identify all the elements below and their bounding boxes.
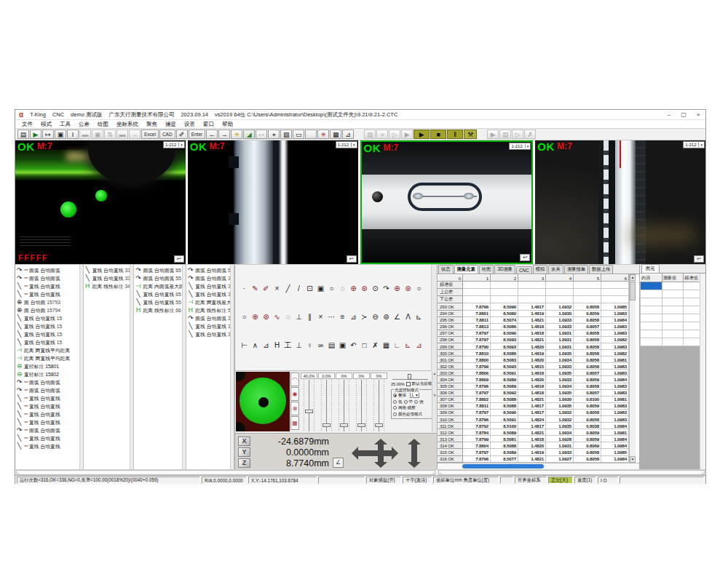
menu-item[interactable]: 绘图: [98, 121, 108, 128]
light-slider[interactable]: 0%: [353, 372, 370, 431]
magnifier-button[interactable]: ⌖: [268, 129, 280, 139]
table-row[interactable]: 303 OK7.88068.50911.48181.09350.80571.09…: [438, 370, 629, 376]
tool-icon[interactable]: ⋯: [326, 312, 337, 323]
tool-icon[interactable]: ○: [326, 284, 337, 295]
table-row[interactable]: 310 OK7.87968.50911.48241.09320.80581.09…: [438, 416, 629, 423]
edge-button[interactable]: I: [67, 129, 79, 139]
list-item[interactable]: ╲直线自动直线33: [186, 322, 230, 330]
tool-icon[interactable]: ⊢: [239, 340, 250, 351]
list-item[interactable]: ↷圆弧自动圆弧55: [186, 266, 230, 274]
tool-icon[interactable]: ▤: [326, 340, 337, 351]
tool-icon[interactable]: ▣: [315, 284, 326, 295]
light-slider[interactable]: 0%: [336, 372, 352, 431]
list-item[interactable]: ╲直线自动直线32: [186, 330, 230, 338]
menu-item[interactable]: 公差: [79, 121, 90, 128]
palette-scrollbar[interactable]: [431, 265, 437, 371]
chevron-down-icon[interactable]: ▾: [351, 143, 355, 147]
camera-view-1[interactable]: OK M:7 1-212▾ FFFFF ↩: [15, 140, 186, 264]
tool-icon[interactable]: ∠: [392, 312, 403, 323]
jog-vertical-arrow[interactable]: [378, 445, 384, 462]
tool-icon[interactable]: ⊛: [261, 312, 272, 323]
tool-icon[interactable]: ⊕: [250, 312, 261, 323]
list-item[interactable]: ╲直线自动直线32: [186, 282, 230, 290]
tool-10-button[interactable]: →: [129, 129, 141, 139]
slider-thumb[interactable]: [340, 423, 348, 427]
jog-arrow-pad[interactable]: [352, 438, 424, 469]
scroll-right-icon[interactable]: ›: [702, 471, 703, 475]
camera-range-dropdown[interactable]: 1-212▾: [683, 141, 705, 148]
image-view-button[interactable]: ◢: [243, 129, 255, 139]
channel-select[interactable]: 1▾: [410, 392, 419, 398]
tool-icon[interactable]: ⊡: [304, 284, 315, 295]
list-item[interactable]: ⊕圆自动圆15793: [15, 298, 79, 306]
radio-color[interactable]: [393, 412, 397, 416]
scroll-thumb[interactable]: [630, 282, 636, 300]
camera-expand-icon[interactable]: ↩: [347, 255, 357, 263]
radio-main[interactable]: [393, 394, 397, 397]
list-item[interactable]: ↷圆弧自动圆弧35: [186, 314, 230, 322]
table-row[interactable]: 309 OK7.87978.50901.48171.09320.80581.09…: [438, 409, 629, 415]
tool-icon[interactable]: ✗: [370, 340, 381, 351]
horizontal-scrollbar-right[interactable]: ‹›: [438, 470, 705, 475]
tool-icon[interactable]: ⊖: [370, 312, 381, 323]
tool-icon[interactable]: ×: [315, 312, 326, 323]
radio-mid[interactable]: [404, 400, 408, 404]
tool-icon[interactable]: ▣: [337, 340, 348, 351]
table-row[interactable]: 304 OK7.88098.50891.48201.09330.80591.09…: [438, 376, 629, 383]
slider-thumb[interactable]: [305, 410, 313, 413]
list-item[interactable]: ╲***直线自动直线: [15, 434, 79, 442]
tab-1[interactable]: 状态: [438, 265, 454, 274]
menu-item[interactable]: 文件: [22, 121, 33, 128]
jog-z-arrow[interactable]: [411, 445, 417, 462]
list-item[interactable]: ↷圆弧自动圆弧55: [134, 274, 182, 282]
camera-range-dropdown[interactable]: 1-212▾: [509, 143, 531, 150]
scroll-right-icon[interactable]: ›: [432, 471, 434, 475]
light-mode-icon[interactable]: ◉: [290, 387, 299, 401]
list-item[interactable]: ⊣距离两直线最大距离: [186, 298, 230, 306]
tab-5[interactable]: CNC: [516, 266, 532, 274]
chevron-down-icon[interactable]: ▾: [525, 144, 529, 148]
table-row[interactable]: 315 OK7.87978.50891.48191.09330.80581.09…: [438, 449, 629, 455]
tool-icon[interactable]: ╱: [282, 284, 293, 295]
chart-button[interactable]: ⊿: [342, 129, 354, 139]
list-item[interactable]: ↷***圆弧自动圆弧: [15, 274, 79, 282]
side-row[interactable]: [641, 314, 705, 322]
table-row[interactable]: 307 OK7.88028.50881.48211.09300.81001.09…: [438, 396, 629, 402]
table-row[interactable]: 298 OK7.87978.50931.48211.09310.80581.09…: [438, 336, 629, 343]
tab-2[interactable]: 测量元素: [454, 265, 478, 274]
tab-3[interactable]: 绘图: [479, 265, 494, 274]
side-row[interactable]: [641, 338, 705, 346]
camera-view-2[interactable]: OK M:7 1-212▾ ↩: [188, 140, 358, 264]
tool-icon[interactable]: 工: [282, 340, 293, 351]
open-3-button[interactable]: ▷: [512, 129, 523, 139]
matrix-button[interactable]: ▦: [330, 129, 341, 139]
tool-icon[interactable]: ✎: [250, 284, 261, 295]
light-mode-icon[interactable]: ⊗: [290, 402, 299, 415]
tool-icon[interactable]: Λ: [403, 312, 414, 323]
scroll-track[interactable]: [630, 301, 636, 456]
side-row[interactable]: [641, 306, 705, 314]
list-item[interactable]: ╲***直线自动直线: [15, 282, 79, 290]
slider-track[interactable]: [371, 380, 387, 431]
list-item[interactable]: ╲***直线自动直线: [15, 394, 79, 402]
default-mode-checkbox[interactable]: [406, 382, 411, 386]
master-slider-thumb[interactable]: [408, 374, 411, 380]
light-mode-icon[interactable]: ▦: [290, 416, 299, 430]
list-item[interactable]: ╲直线自动直线33: [84, 274, 130, 282]
list-item[interactable]: ↷***圆弧自动圆弧: [15, 426, 79, 434]
table-row[interactable]: 296 OK7.88138.50861.48181.09330.80571.09…: [438, 323, 629, 330]
stop-button[interactable]: ■: [430, 129, 446, 139]
list-item[interactable]: H距离线性标注34: [84, 282, 130, 290]
enter-button[interactable]: Enter: [189, 129, 206, 139]
menu-item[interactable]: 工具: [60, 121, 71, 128]
list-item[interactable]: ╲直线自动直线15: [15, 322, 79, 330]
list-item[interactable]: ╲***直线自动直线: [15, 418, 79, 426]
list-item[interactable]: ╲直线自动直线33: [84, 266, 130, 274]
tool-icon[interactable]: ⊕: [348, 284, 359, 295]
settings-scrollbar[interactable]: ▲▼: [432, 372, 437, 432]
run-button[interactable]: ▶: [414, 129, 430, 139]
tool-icon[interactable]: ∟: [392, 340, 403, 351]
tool-icon[interactable]: ✐: [261, 284, 272, 295]
side-row[interactable]: [641, 330, 705, 338]
tool-icon[interactable]: ⊾: [414, 312, 424, 323]
